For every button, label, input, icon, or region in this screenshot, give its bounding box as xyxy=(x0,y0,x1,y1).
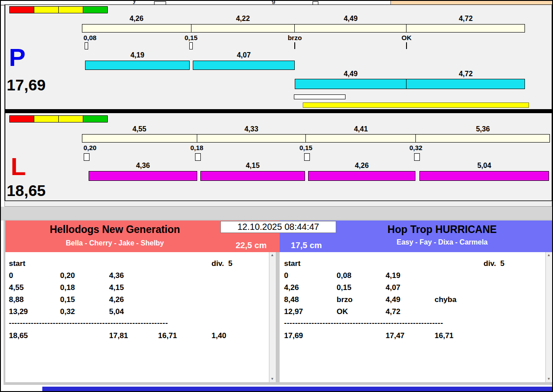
division-label: div. 5 xyxy=(211,259,232,268)
dog-time-label: 4,19 xyxy=(85,51,190,59)
table-separator: ----------------------------------------… xyxy=(5,318,276,328)
lane-divider xyxy=(4,110,552,113)
split-time-label: 4,72 xyxy=(407,15,525,23)
scroll-down-icon[interactable]: ▼ xyxy=(546,376,552,382)
cell-dog-time: 4,15 xyxy=(109,283,124,292)
lane-panel-l: 4,55 4,33 4,41 5,36 0,20 0,18 0,15 0,32 … xyxy=(4,113,552,201)
changeover-tick xyxy=(84,153,89,161)
dog-run-bar xyxy=(85,61,190,70)
dog-run-bar xyxy=(200,171,305,181)
separator-dashes: ----------------------------------------… xyxy=(284,318,443,327)
scroll-up-icon[interactable]: ▲ xyxy=(269,252,275,258)
cell-total-time: 18,65 xyxy=(9,331,28,340)
cell-cumulative: 4,26 xyxy=(284,283,299,292)
dog-time-label: 4,15 xyxy=(200,162,305,170)
white-marker-bar xyxy=(294,94,346,99)
table-row: 0 0,08 4,19 xyxy=(280,271,552,281)
right-team-name: Hop Trop HURRICANE xyxy=(334,224,550,236)
changeover-tick xyxy=(85,42,88,49)
dog-time-label: 4,49 xyxy=(295,70,407,78)
cell-dog-time: 4,07 xyxy=(386,283,400,292)
split-time-label: 4,22 xyxy=(191,15,295,23)
table-row: 13,29 0,32 5,04 xyxy=(5,307,276,317)
table-header-row: start div. 5 xyxy=(5,259,276,269)
cell-dog-time: 4,49 xyxy=(386,295,400,304)
yellow-marker-bar xyxy=(303,102,529,108)
cell-difference: 1,40 xyxy=(211,331,226,340)
light-green-segment xyxy=(83,115,108,122)
dog-time-label: 4,36 xyxy=(89,162,197,170)
separator-dashes: ----------------------------------------… xyxy=(9,318,168,327)
vertical-scrollbar[interactable]: ▲ ▼ xyxy=(545,252,552,382)
table-header-row: start div. 5 xyxy=(280,259,552,269)
cell-cumulative: 4,55 xyxy=(9,283,24,292)
right-team-results-table[interactable]: start div. 5 0 0,08 4,19 4,26 0,15 4,07 … xyxy=(280,252,552,382)
cell-sum-dogs: 17,81 xyxy=(109,331,128,340)
changeover-tick xyxy=(195,153,201,161)
split-time-label: 4,26 xyxy=(82,15,191,23)
division-label: div. 5 xyxy=(484,259,504,268)
scroll-up-icon[interactable]: ▲ xyxy=(546,252,552,258)
cell-cumulative: 0 xyxy=(9,271,13,280)
light-yellow-segment xyxy=(34,115,59,122)
table-summary-row: 17,69 17,47 16,71 xyxy=(280,331,552,341)
left-team-jump-height: 22,5 cm xyxy=(225,241,277,250)
light-yellow-segment xyxy=(58,6,83,13)
cell-change: 0,15 xyxy=(337,283,351,292)
dog-time-label: 5,04 xyxy=(419,162,549,170)
table-row: 4,26 0,15 4,07 xyxy=(280,283,552,293)
dog-run-bar xyxy=(419,171,549,181)
light-red-segment xyxy=(9,6,34,13)
changeover-tick-line xyxy=(294,42,295,49)
start-lights-indicator xyxy=(10,6,108,13)
cell-dog-time: 4,36 xyxy=(109,271,124,280)
cell-change: 0,08 xyxy=(337,271,351,280)
light-green-segment xyxy=(83,6,108,13)
cell-best-sum: 16,71 xyxy=(158,331,177,340)
table-row: 4,55 0,18 4,15 xyxy=(5,283,276,293)
toolbar-text-fragment: g xyxy=(272,1,276,4)
light-red-segment xyxy=(9,115,34,122)
start-label: start xyxy=(284,259,301,268)
changeover-mark-label: 0,32 xyxy=(398,144,434,151)
cell-dog-time: 4,72 xyxy=(386,307,400,316)
lane-letter: P xyxy=(9,45,25,70)
dog-run-bar xyxy=(193,61,295,70)
cell-change: 0,20 xyxy=(60,271,75,280)
changeover-mark-label: 0,18 xyxy=(179,144,215,151)
taskbar-strip[interactable] xyxy=(42,387,552,391)
left-team-results-table[interactable]: start div. 5 0 0,20 4,36 4,55 0,18 4,15 … xyxy=(5,252,276,382)
flyball-timer-window: y g 4,26 4,22 4,49 4,72 0,08 0,15 brzo O… xyxy=(0,0,553,392)
cell-note: chyba xyxy=(435,295,456,304)
changeover-tick xyxy=(304,153,310,161)
light-yellow-segment xyxy=(58,115,83,122)
dog-time-label: 4,72 xyxy=(407,70,525,78)
vertical-scrollbar[interactable]: ▲ ▼ xyxy=(269,252,275,382)
changeover-tick xyxy=(189,42,193,49)
lane-total-time: 18,65 xyxy=(7,183,46,199)
scroll-down-icon[interactable]: ▼ xyxy=(269,376,275,382)
changeover-mark-label: OK xyxy=(389,34,424,41)
timeline-segment xyxy=(82,135,197,142)
cell-cumulative: 8,48 xyxy=(284,295,299,304)
cell-cumulative: 8,88 xyxy=(9,295,24,304)
start-label: start xyxy=(9,259,25,268)
empty-status-strip xyxy=(4,201,552,207)
changeover-mark-label: 0,15 xyxy=(288,144,324,151)
light-yellow-segment xyxy=(34,6,59,13)
cell-cumulative: 12,97 xyxy=(284,307,303,316)
table-row: 8,88 0,15 4,26 xyxy=(5,295,276,305)
timeline-segment xyxy=(295,24,407,32)
dog-run-segment xyxy=(295,79,407,89)
cell-change: 0,18 xyxy=(60,283,75,292)
table-row: 0 0,20 4,36 xyxy=(5,271,276,281)
split-time-label: 5,36 xyxy=(416,125,550,133)
changeover-mark-label: 0,15 xyxy=(173,34,209,41)
lane-total-time: 17,69 xyxy=(7,77,46,94)
timeline-segment xyxy=(306,135,416,142)
dog-time-label: 4,07 xyxy=(193,51,295,59)
left-team-dogs: Bella - Cherry - Jake - Shelby xyxy=(6,239,224,247)
table-row: 8,48 brzo 4,49 chyba xyxy=(280,295,552,305)
cell-change: brzo xyxy=(337,295,353,304)
split-time-label: 4,41 xyxy=(306,125,416,133)
